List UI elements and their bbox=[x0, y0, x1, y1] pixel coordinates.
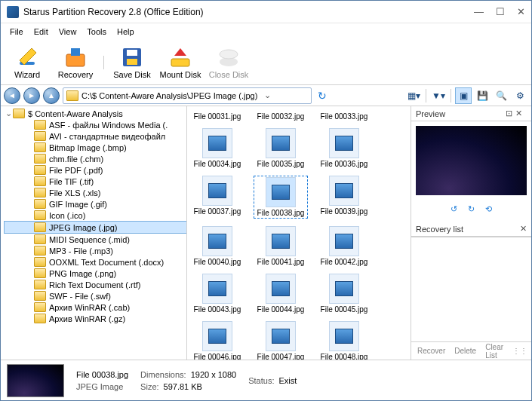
preview-pin-icon[interactable]: ⊡ bbox=[506, 109, 512, 118]
folder-icon bbox=[34, 210, 46, 220]
mount-icon bbox=[168, 45, 192, 69]
tree-item[interactable]: Bitmap Image (.bmp) bbox=[4, 142, 187, 153]
file-caption: File 00035.jpg bbox=[257, 160, 305, 168]
file-item[interactable]: File 00031.jpg bbox=[190, 111, 244, 121]
tree-item[interactable]: MIDI Sequence (.mid) bbox=[4, 234, 187, 245]
file-item[interactable]: File 00035.jpg bbox=[254, 128, 308, 168]
file-caption: File 00040.jpg bbox=[194, 258, 241, 266]
rotate-left-icon[interactable]: ↺ bbox=[451, 204, 457, 214]
window-title: Starus Partition Recovery 2.8 (Office Ed… bbox=[23, 7, 474, 17]
tree-item[interactable]: File TIF (.tif) bbox=[4, 176, 187, 187]
wand-icon bbox=[15, 45, 39, 69]
file-item[interactable]: File 00045.jpg bbox=[317, 274, 371, 314]
file-item[interactable]: File 00036.jpg bbox=[317, 128, 371, 168]
file-item[interactable]: File 00033.jpg bbox=[317, 111, 371, 121]
minimize-button[interactable]: — bbox=[474, 6, 484, 17]
preview-header: Preview ⊡ ✕ bbox=[411, 106, 531, 121]
tree-item[interactable]: File PDF (.pdf) bbox=[4, 164, 187, 176]
file-item[interactable]: File 00046.jpg bbox=[190, 321, 244, 360]
view-mode-button[interactable]: ▦▾ bbox=[405, 87, 422, 104]
folder-icon bbox=[34, 280, 46, 289]
folder-tree[interactable]: ⌄$ Content-Aware AnalysisASF - файлы Win… bbox=[1, 106, 187, 360]
file-item[interactable]: File 00039.jpg bbox=[317, 176, 371, 219]
file-item[interactable]: File 00034.jpg bbox=[190, 128, 244, 168]
tree-twisty[interactable]: ⌄ bbox=[4, 109, 13, 118]
file-item[interactable]: File 00048.jpg bbox=[317, 321, 371, 360]
preview-toggle[interactable]: ▣ bbox=[455, 87, 472, 104]
recovery-button[interactable]: Recovery bbox=[54, 43, 97, 81]
file-item[interactable]: File 00040.jpg bbox=[190, 226, 244, 266]
file-item[interactable]: File 00047.jpg bbox=[254, 321, 308, 360]
image-icon bbox=[329, 226, 359, 256]
mount-disk-button[interactable]: Mount Disk bbox=[158, 43, 202, 81]
folder-icon bbox=[34, 199, 46, 209]
wizard-button[interactable]: Wizard bbox=[5, 43, 49, 81]
svg-rect-2 bbox=[66, 54, 85, 66]
preview-close-icon[interactable]: ✕ bbox=[515, 109, 522, 118]
tree-item[interactable]: Icon (.ico) bbox=[4, 210, 187, 221]
refresh-button[interactable]: ↻ bbox=[315, 90, 330, 102]
image-icon bbox=[266, 128, 296, 158]
menu-edit[interactable]: Edit bbox=[29, 26, 53, 38]
tree-item[interactable]: SWF - File (.swf) bbox=[4, 290, 187, 302]
recover-button[interactable]: Recover bbox=[414, 347, 448, 355]
file-caption: File 00046.jpg bbox=[194, 353, 241, 360]
file-caption: File 00041.jpg bbox=[257, 258, 305, 266]
tree-root-label[interactable]: $ Content-Aware Analysis bbox=[28, 109, 123, 118]
address-field[interactable]: C:\$ Content-Aware Analysis\JPEG Image (… bbox=[63, 87, 312, 104]
recovery-close-icon[interactable]: ✕ bbox=[520, 224, 527, 234]
file-list[interactable]: File 00031.jpgFile 00032.jpgFile 00033.j… bbox=[187, 106, 411, 360]
tree-item[interactable]: Архив WinRAR (.gz) bbox=[4, 313, 187, 324]
close-disk-button: Close Disk bbox=[207, 43, 251, 81]
file-item[interactable]: File 00042.jpg bbox=[317, 226, 371, 266]
tree-item[interactable]: ASF - файлы Windows Media (. bbox=[4, 119, 187, 130]
file-caption: File 00031.jpg bbox=[194, 112, 241, 121]
list-options-icon[interactable]: ⋮⋮ bbox=[509, 347, 530, 355]
tree-item[interactable]: PNG Image (.png) bbox=[4, 268, 187, 279]
filter-button[interactable]: ▼▾ bbox=[430, 87, 447, 104]
search-button[interactable]: 🔍 bbox=[493, 87, 509, 104]
file-caption: File 00047.jpg bbox=[257, 353, 305, 360]
file-item[interactable]: File 00038.jpg bbox=[254, 176, 308, 219]
menu-view[interactable]: View bbox=[54, 26, 81, 38]
file-caption: File 00034.jpg bbox=[194, 160, 241, 168]
rotate-right-icon[interactable]: ↻ bbox=[468, 204, 475, 214]
menu-tools[interactable]: Tools bbox=[82, 26, 111, 38]
tree-item[interactable]: Архив WinRAR (.cab) bbox=[4, 302, 187, 313]
file-item[interactable]: File 00032.jpg bbox=[254, 111, 308, 121]
file-caption: File 00037.jpg bbox=[194, 207, 241, 216]
file-item[interactable]: File 00037.jpg bbox=[190, 176, 244, 219]
tree-item[interactable]: Rich Text Document (.rtf) bbox=[4, 279, 187, 290]
reset-icon[interactable]: ⟲ bbox=[485, 204, 492, 214]
save-button[interactable]: 💾 bbox=[474, 87, 490, 104]
tree-item[interactable]: OOXML Text Document (.docx) bbox=[4, 256, 187, 268]
tree-item[interactable]: GIF Image (.gif) bbox=[4, 198, 187, 210]
svg-marker-8 bbox=[174, 48, 186, 56]
folder-icon bbox=[34, 154, 46, 164]
preview-tools: ↺ ↻ ⟲ bbox=[411, 200, 531, 222]
address-dropdown[interactable]: ⌄ bbox=[260, 90, 274, 100]
save-disk-button[interactable]: Save Disk bbox=[110, 43, 154, 81]
tree-item[interactable]: File XLS (.xls) bbox=[4, 187, 187, 198]
file-item[interactable]: File 00043.jpg bbox=[190, 274, 244, 314]
file-item[interactable]: File 00044.jpg bbox=[254, 274, 308, 314]
close-button[interactable]: ✕ bbox=[517, 6, 525, 17]
menu-file[interactable]: File bbox=[5, 26, 28, 38]
file-caption: File 00033.jpg bbox=[321, 112, 368, 121]
tree-item[interactable]: AVI - стандартные видеофайл bbox=[4, 130, 187, 142]
options-button[interactable]: ⚙ bbox=[512, 87, 528, 104]
tree-item[interactable]: JPEG Image (.jpg) bbox=[4, 221, 187, 234]
folder-icon bbox=[34, 165, 46, 175]
back-button[interactable]: ◄ bbox=[4, 87, 20, 104]
maximize-button[interactable]: ☐ bbox=[496, 6, 505, 17]
delete-button[interactable]: Delete bbox=[451, 347, 479, 355]
menu-help[interactable]: Help bbox=[112, 26, 139, 38]
folder-icon bbox=[34, 188, 46, 197]
tree-item[interactable]: chm.file (.chm) bbox=[4, 153, 187, 164]
tree-item[interactable]: MP3 - File (.mp3) bbox=[4, 245, 187, 256]
recovery-list[interactable] bbox=[411, 237, 531, 341]
clear-list-button[interactable]: Clear List bbox=[482, 343, 506, 360]
file-item[interactable]: File 00041.jpg bbox=[254, 226, 308, 266]
forward-button[interactable]: ► bbox=[23, 87, 40, 104]
up-button[interactable]: ▲ bbox=[43, 87, 60, 104]
